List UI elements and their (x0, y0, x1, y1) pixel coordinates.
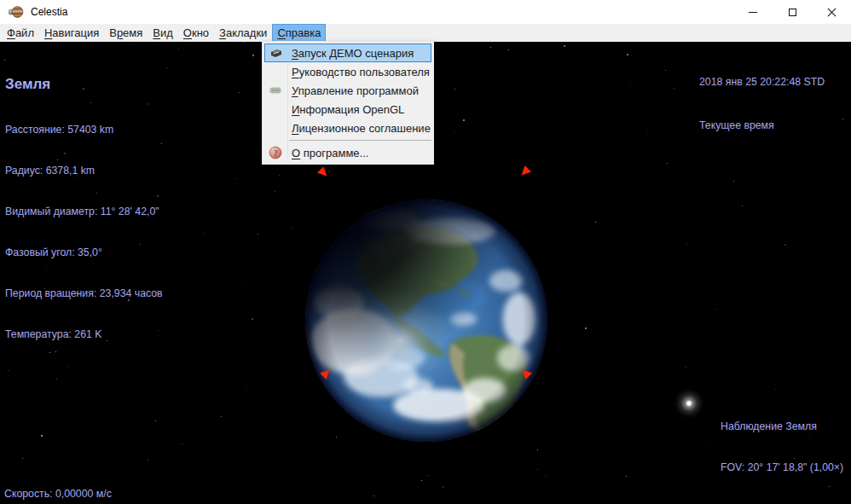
menu-time[interactable]: Время (104, 24, 148, 42)
close-button[interactable] (812, 0, 851, 24)
title-bar: Celestia (0, 0, 851, 24)
menu-separator (289, 140, 431, 141)
selection-marker (518, 165, 532, 179)
menu-item-run-demo[interactable]: Запуск ДЕМО сценария (264, 43, 431, 62)
bright-star[interactable] (674, 389, 703, 418)
menu-navigation[interactable]: Навигация (39, 24, 104, 42)
maximize-icon (789, 9, 796, 16)
menu-item-license[interactable]: Лицензионное соглашение (264, 119, 431, 137)
earth[interactable] (302, 196, 551, 445)
app-icon[interactable] (7, 4, 26, 20)
speed-display: Скорость: 0,00000 м/с (4, 487, 112, 501)
tracking-status: Наблюдение Земля (721, 420, 843, 433)
controls-icon (268, 83, 283, 98)
svg-text:?: ? (273, 148, 277, 158)
time-mode: Текущее время (699, 119, 825, 133)
menu-item-user-guide[interactable]: Руководство пользователя (264, 62, 431, 81)
observer-display: Наблюдение Земля FOV: 20° 17' 18,8" (1,0… (721, 392, 843, 501)
object-phase-angle: Фазовый угол: 35,0° (5, 246, 163, 259)
selection-marker (317, 166, 331, 180)
menu-file[interactable]: Файл (2, 24, 39, 42)
menu-help[interactable]: Справка (272, 24, 326, 42)
menu-item-opengl-info[interactable]: Информация OpenGL (264, 100, 431, 119)
maximize-button[interactable] (773, 0, 812, 24)
demo-scenario-icon (269, 46, 284, 61)
about-question-icon: ? (268, 145, 283, 160)
object-name: Земля (5, 76, 163, 93)
current-datetime: 2018 янв 25 20:22:48 STD (699, 75, 825, 90)
minimize-icon (749, 12, 757, 13)
object-distance: Расстояние: 57403 km (5, 123, 163, 136)
fov-display: FOV: 20° 17' 18,8" (1,00×) (721, 461, 843, 474)
close-icon (827, 8, 837, 17)
minimize-button[interactable] (733, 0, 773, 24)
menu-window[interactable]: Окно (178, 24, 214, 42)
object-radius: Радиус: 6378,1 km (5, 164, 163, 177)
menu-view[interactable]: Вид (148, 24, 178, 42)
menu-bar: Файл Навигация Время Вид Окно Закладки С… (0, 24, 851, 42)
selected-object-info: Земля Расстояние: 57403 km Радиус: 6378,… (5, 49, 163, 368)
help-dropdown-menu: Запуск ДЕМО сценария Руководство пользов… (262, 41, 434, 165)
celestia-window: Celestia Файл Навигация Время Вид Окно З… (0, 0, 851, 504)
menu-item-about[interactable]: ? О программе... (264, 143, 431, 162)
window-title: Celestia (31, 6, 67, 18)
object-app-diameter: Видимый диаметр: 11° 28' 42,0" (5, 205, 163, 218)
menu-bookmarks[interactable]: Закладки (214, 24, 272, 42)
menu-item-program-controls[interactable]: Управление программой (264, 81, 431, 100)
object-rotation-period: Период вращения: 23,934 часов (5, 287, 163, 300)
time-display: 2018 янв 25 20:22:48 STD Текущее время (699, 46, 825, 162)
object-temperature: Температура: 261 K (5, 327, 163, 341)
